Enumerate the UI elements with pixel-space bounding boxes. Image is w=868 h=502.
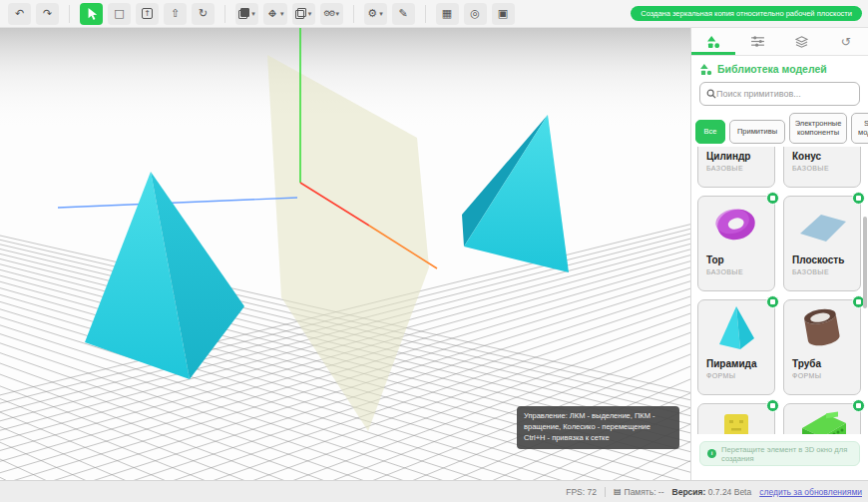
card-badge bbox=[766, 295, 779, 308]
info-icon: i bbox=[707, 449, 716, 458]
active-tab-underline bbox=[691, 52, 735, 55]
reset-view-button[interactable]: ↻ bbox=[192, 3, 215, 25]
card-cylinder[interactable]: Цилиндр БАЗОВЫЕ bbox=[697, 147, 775, 188]
drag-hint-text: Перетащите элемент в 3D окно для создани… bbox=[721, 445, 852, 463]
card-title: Тор bbox=[706, 254, 774, 265]
card-category: БАЗОВЫЕ bbox=[792, 165, 860, 172]
select-tool-button[interactable] bbox=[80, 3, 103, 25]
card-category: ФОРМЫ bbox=[706, 372, 774, 379]
grid-icon: ▦ bbox=[442, 3, 452, 25]
undo-button[interactable]: ↶ bbox=[8, 3, 31, 25]
controls-tooltip: Управление: ЛКМ - выделение, ПКМ - враще… bbox=[517, 406, 679, 449]
search-icon bbox=[706, 89, 716, 99]
chevron-down-icon: ▾ bbox=[308, 3, 312, 25]
box-select-icon: □ bbox=[114, 3, 124, 25]
gears-icon: ⚙⚙ bbox=[323, 3, 333, 25]
box-select-button[interactable]: □ bbox=[108, 3, 131, 25]
green-module-thumbnail bbox=[784, 404, 860, 434]
card-pyramid[interactable]: Пирамида ФОРМЫ bbox=[697, 299, 775, 395]
card-badge bbox=[852, 399, 865, 412]
card-green-module[interactable] bbox=[783, 403, 861, 434]
cards-scrollbar[interactable] bbox=[863, 217, 867, 308]
copy-menu-button[interactable]: ▾ bbox=[235, 3, 258, 25]
move-menu-button[interactable]: ↔↕ ▾ bbox=[263, 3, 287, 25]
card-title: Цилиндр bbox=[706, 151, 774, 162]
cone-thumbnail bbox=[784, 147, 860, 149]
card-badge bbox=[766, 192, 779, 205]
model-cards-scroll-area: Цилиндр БАЗОВЫЕ Конус БАЗОВЫЕ bbox=[691, 147, 868, 434]
card-yellow-figure[interactable] bbox=[697, 403, 775, 434]
drag-hint: i Перетащите элемент в 3D окно для созда… bbox=[699, 441, 860, 466]
card-plane[interactable]: Плоскость БАЗОВЫЕ bbox=[783, 196, 861, 291]
lift-object-button[interactable]: ⇧ bbox=[164, 3, 187, 25]
card-torus[interactable]: Тор БАЗОВЫЕ bbox=[697, 196, 775, 291]
chevron-down-icon: ▾ bbox=[251, 3, 255, 25]
memory-text: Память: -- bbox=[625, 487, 664, 497]
tooltip-line-2: Ctrl+H - привязка к сетке bbox=[524, 433, 610, 442]
place-on-plane-button[interactable]: ↑ bbox=[136, 3, 159, 25]
filter-all-button[interactable]: Все bbox=[695, 120, 725, 144]
operations-menu-button[interactable]: ⚙⚙▾ bbox=[320, 3, 343, 25]
focus-origin-button[interactable]: ◎ bbox=[464, 3, 487, 25]
toolbar-divider bbox=[224, 5, 225, 23]
card-cone[interactable]: Конус БАЗОВЫЕ bbox=[783, 147, 861, 188]
history-icon: ↺ bbox=[841, 35, 851, 49]
redo-button[interactable]: ↷ bbox=[36, 3, 59, 25]
card-title: Конус bbox=[792, 151, 860, 162]
card-badge bbox=[766, 399, 779, 412]
chevron-down-icon: ▾ bbox=[335, 3, 339, 25]
duplicate-menu-button[interactable]: ▾ bbox=[292, 3, 315, 25]
search-input[interactable] bbox=[716, 89, 853, 99]
statusbar-divider bbox=[605, 487, 606, 497]
search-box bbox=[699, 82, 860, 106]
library-title: Библиотека моделей bbox=[717, 63, 827, 75]
card-category: БАЗОВЫЕ bbox=[792, 268, 860, 275]
tab-model-library[interactable] bbox=[691, 28, 735, 55]
grid-toggle-button[interactable]: ▦ bbox=[436, 3, 459, 25]
redo-icon: ↷ bbox=[43, 3, 52, 25]
toolbar-divider bbox=[69, 5, 70, 23]
card-badge bbox=[852, 192, 865, 205]
gear-icon: ⚙ bbox=[367, 3, 377, 25]
version-info: Версия: 0.7.24 Beta bbox=[672, 487, 752, 497]
right-sidebar: ↺ Библиотека моделей Все Примитивы Элект… bbox=[690, 28, 868, 480]
lift-icon: ⇧ bbox=[171, 3, 180, 25]
filter-primitives-button[interactable]: Примитивы bbox=[729, 120, 785, 144]
settings-menu-button[interactable]: ⚙▾ bbox=[364, 3, 387, 25]
status-bar: FPS: 72 ▤ Память: -- Версия: 0.7.24 Beta… bbox=[0, 480, 868, 502]
pyramid-right-mirrored[interactable] bbox=[462, 115, 569, 272]
tooltip-line-1: Управление: ЛКМ - выделение, ПКМ - враще… bbox=[524, 411, 655, 431]
viewport-3d[interactable]: Управление: ЛКМ - выделение, ПКМ - враще… bbox=[0, 28, 690, 480]
cursor-icon bbox=[86, 7, 98, 20]
tube-thumbnail bbox=[784, 300, 860, 356]
model-cards-grid: Цилиндр БАЗОВЫЕ Конус БАЗОВЫЕ bbox=[691, 147, 868, 434]
filter-stl-button[interactable]: STL модели bbox=[851, 113, 868, 144]
fps-counter: FPS: 72 bbox=[566, 487, 597, 497]
filter-electronic-button[interactable]: Электронные компоненты bbox=[789, 113, 847, 144]
memory-status: ▤ Память: -- bbox=[614, 487, 664, 497]
memory-icon: ▤ bbox=[614, 487, 622, 496]
notification-toast: Создана зеркальная копия относительно ра… bbox=[631, 6, 862, 21]
top-toolbar: ↶ ↷ □ ↑ ⇧ ↻ ▾ ↔↕ ▾ ▾ ⚙⚙▾ ⚙▾ ✎ ▦ ◎ ▣ Созд… bbox=[0, 0, 868, 28]
version-label: Версия: bbox=[672, 487, 706, 497]
refresh-icon: ↻ bbox=[199, 3, 208, 25]
axis-z-blue bbox=[58, 198, 297, 208]
shapes-icon bbox=[700, 64, 712, 75]
pencil-icon: ✎ bbox=[398, 3, 407, 25]
duplicate-icon bbox=[295, 8, 306, 19]
measure-tool-button[interactable]: ✎ bbox=[392, 3, 415, 25]
card-category: БАЗОВЫЕ bbox=[706, 268, 774, 275]
toolbar-divider bbox=[353, 5, 354, 23]
chevron-down-icon: ▾ bbox=[379, 3, 383, 25]
tab-layers[interactable] bbox=[780, 28, 824, 55]
card-tube[interactable]: Труба ФОРМЫ bbox=[783, 299, 861, 395]
move-icon: ↔↕ bbox=[266, 8, 278, 20]
updates-link[interactable]: следить за обновлениями bbox=[759, 487, 862, 497]
tab-history[interactable]: ↺ bbox=[824, 28, 868, 55]
card-title: Труба bbox=[792, 358, 860, 369]
frame-view-button[interactable]: ▣ bbox=[492, 3, 515, 25]
tab-properties[interactable] bbox=[735, 28, 779, 55]
version-value: 0.7.24 Beta bbox=[708, 487, 751, 497]
pyramid-thumbnail bbox=[698, 300, 774, 356]
undo-icon: ↶ bbox=[15, 3, 24, 25]
